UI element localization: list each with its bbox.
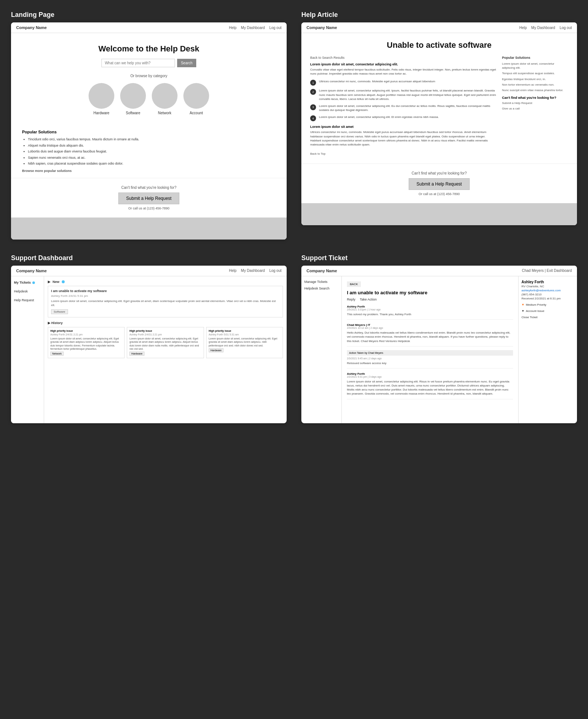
dash-nav-dashboard[interactable]: My Dashboard bbox=[241, 269, 265, 273]
browse-more-link[interactable]: Browse more popular solutions bbox=[22, 169, 276, 173]
hcard-meta-1: Ashley Forth 2/4/31 2:21 pm bbox=[129, 333, 201, 336]
search-input[interactable] bbox=[101, 59, 175, 67]
hcard-tag-2: Hardware bbox=[209, 348, 223, 352]
history-card-0[interactable]: High priority issue Ashley Forth 2/4/31 … bbox=[48, 327, 125, 358]
msg-action-label: Action Taken by Chad Meyers bbox=[347, 350, 513, 356]
category-account-label: Account bbox=[183, 111, 209, 115]
message-thread: Ashley Forth 2/5/2021 3:31pm | 1 hour ag… bbox=[347, 305, 513, 399]
article-nav-dashboard[interactable]: My Dashboard bbox=[531, 26, 555, 30]
intro-bold: Lorem ipsum dolor sit amet, consectetur … bbox=[310, 62, 496, 66]
article-nav-help[interactable]: Help bbox=[519, 26, 527, 30]
article-cta: Can't find what you're looking for? Subm… bbox=[301, 163, 577, 203]
sidebar-link-0[interactable]: Lorem ipsum dolor sit amet, consectetur … bbox=[502, 62, 568, 70]
landing-footer bbox=[11, 218, 287, 240]
msg-meta-0: 2/5/2021 3:31pm | 1 hour ago bbox=[347, 308, 513, 311]
issue-type: ▼ Account Issue bbox=[521, 309, 574, 313]
history-card-1[interactable]: High priority issue Ashley Forth 2/4/31 … bbox=[127, 327, 204, 358]
msg-author-0: Ashley Forth bbox=[347, 305, 513, 308]
dashboard-nav-links: Help My Dashboard Log out bbox=[229, 269, 282, 273]
search-row: Search bbox=[18, 59, 279, 67]
hcard-tag-1: Hardware bbox=[129, 352, 144, 356]
history-card-2[interactable]: High priority issue Ashley Forth 5/31 5:… bbox=[206, 327, 283, 358]
search-button[interactable]: Search bbox=[177, 59, 196, 67]
msg-body-1: Hello Ashley, Dui lobortis malesuada vel… bbox=[347, 331, 513, 343]
sidebar-link-1[interactable]: Tempus elit suspendisse augue sodales. bbox=[502, 71, 568, 75]
list-item: Nibh sapien, cras placerat suspendisse s… bbox=[28, 161, 276, 166]
ticket-main: BACK I am unable to activate my software… bbox=[342, 276, 518, 423]
sidebar-link-4[interactable]: Nunc suscipit enim vitae massa pharetra … bbox=[502, 88, 568, 92]
article-nav-logout[interactable]: Log out bbox=[560, 26, 572, 30]
step-1: 1 Ultrices consectetur mi nunc, commodo.… bbox=[310, 79, 496, 86]
ticket-nav-exit[interactable]: Chad Meyers | Exit Dashboard bbox=[522, 269, 572, 273]
sidebar-cant-find: Can't find what you're looking for? bbox=[502, 96, 568, 100]
ticket-brand: Company Name bbox=[306, 269, 337, 273]
dashboard-main: ▶ New I am unable to activate my softwar… bbox=[44, 276, 287, 423]
sidebar-my-tickets[interactable]: My Tickets bbox=[14, 280, 41, 285]
hcard-meta-2: Ashley Forth 5/31 5:31 am bbox=[209, 333, 280, 336]
list-item: Aliquet nulla tristique duis aliquam dis… bbox=[28, 143, 276, 148]
browse-label: Or browse by category bbox=[18, 74, 279, 78]
landing-cta: Can't find what you're looking for? Subm… bbox=[11, 178, 287, 218]
info-location: RV Charlotte, NC bbox=[521, 285, 574, 288]
article-footer bbox=[301, 203, 577, 225]
msg-meta-3: 2/2/2021 6:31 pm | 3 days ago bbox=[347, 375, 513, 378]
submit-help-button[interactable]: Submit a Help Request bbox=[118, 193, 179, 204]
nav-help[interactable]: Help bbox=[229, 26, 237, 30]
landing-brand: Company Name bbox=[16, 25, 47, 30]
landing-navbar: Company Name Help My Dashboard Log out bbox=[11, 22, 287, 33]
landing-screen: Company Name Help My Dashboard Log out W… bbox=[11, 22, 287, 240]
info-email: ashleyforth@redventures.com bbox=[521, 289, 574, 292]
category-network-label: Network bbox=[152, 111, 178, 115]
article-submit-button[interactable]: Submit a Help Request bbox=[409, 178, 469, 190]
category-software-label: Software bbox=[120, 111, 146, 115]
history-grid: High priority issue Ashley Forth 2/4/31 … bbox=[48, 327, 283, 358]
sidebar-search[interactable]: Helpdesk Search bbox=[304, 287, 338, 290]
ticket-main-title: I am unable to activate my software bbox=[347, 290, 513, 295]
priority-label: Medium Priority bbox=[526, 303, 546, 306]
priority-arrow-icon: ▼ bbox=[521, 303, 524, 306]
active-ticket-card[interactable]: I am unable to activate my software Ashl… bbox=[48, 286, 283, 317]
ticket-layout: Manage Tickets Helpdesk Search BACK I am… bbox=[301, 276, 577, 423]
sidebar-call-link[interactable]: Give us a call bbox=[502, 107, 568, 111]
nav-logout[interactable]: Log out bbox=[269, 26, 282, 30]
hcard-title-0: High priority issue bbox=[50, 330, 122, 332]
info-phone: (987) 654-3210 bbox=[521, 293, 574, 296]
category-software[interactable]: Software bbox=[120, 83, 146, 115]
hcard-title-2: High priority issue bbox=[209, 330, 280, 332]
msg-2: Action Taken by Chad Meyers 2/3/2021 9:4… bbox=[347, 350, 513, 369]
category-account[interactable]: Account bbox=[183, 83, 209, 115]
hcard-body-2: Lorem ipsum dolor sit amet, consectetur … bbox=[209, 337, 280, 347]
msg-body-2: Reissued software access key bbox=[347, 361, 513, 365]
category-hardware[interactable]: Hardware bbox=[89, 83, 114, 115]
hcard-body-0: Lorem ipsum dolor sit amet, consectetur … bbox=[50, 337, 122, 350]
nav-dashboard[interactable]: My Dashboard bbox=[241, 26, 265, 30]
back-button[interactable]: BACK bbox=[347, 281, 361, 287]
landing-nav-links: Help My Dashboard Log out bbox=[229, 26, 282, 30]
intro-text: Convallis vitae vitae eget eleifend temp… bbox=[310, 68, 496, 76]
sidebar-link-2[interactable]: Egestas tristique tincidunt orci, in. bbox=[502, 77, 568, 81]
close-ticket-button[interactable]: Close Ticket bbox=[521, 316, 538, 319]
back-to-search[interactable]: Back to Search Results bbox=[310, 56, 496, 60]
issue-arrow-icon: ▼ bbox=[521, 309, 524, 313]
step-4: 4 Lorem ipsum dolor sit amet, consectetu… bbox=[310, 115, 496, 121]
dash-nav-help[interactable]: Help bbox=[229, 269, 237, 273]
reply-action[interactable]: Reply bbox=[347, 298, 355, 301]
support-ticket-screen: Company Name Chad Meyers | Exit Dashboar… bbox=[301, 266, 577, 423]
info-name: Ashley Forth bbox=[521, 280, 574, 284]
sidebar-submit-link[interactable]: Submit a Help Request bbox=[502, 101, 568, 105]
section2-text: Ultrices consectetur mi nunc, commodo. M… bbox=[310, 130, 496, 147]
article-main-col: Back to Search Results Lorem ipsum dolor… bbox=[310, 56, 496, 156]
article-sidebar: Popular Solutions Lorem ipsum dolor sit … bbox=[502, 56, 568, 156]
category-network[interactable]: Network bbox=[152, 83, 178, 115]
hcard-body-1: Lorem ipsum dolor sit amet, consectetur … bbox=[129, 337, 201, 350]
sidebar-manage[interactable]: Manage Tickets bbox=[304, 280, 338, 284]
section2-heading: Lorem ipsum dolor sit amet bbox=[310, 125, 496, 129]
ticket-navbar: Company Name Chad Meyers | Exit Dashboar… bbox=[301, 266, 577, 276]
sidebar-helpdesk[interactable]: Helpdesk bbox=[14, 289, 41, 294]
take-action[interactable]: Take Action bbox=[360, 298, 377, 301]
sidebar-help-request[interactable]: Help Request bbox=[14, 298, 41, 303]
new-section-icon: ▶ bbox=[48, 280, 50, 284]
dash-nav-logout[interactable]: Log out bbox=[269, 269, 282, 273]
sidebar-link-3[interactable]: Non tortor elementum ac venenatis non. bbox=[502, 83, 568, 87]
back-to-top[interactable]: Back to Top bbox=[310, 152, 326, 155]
